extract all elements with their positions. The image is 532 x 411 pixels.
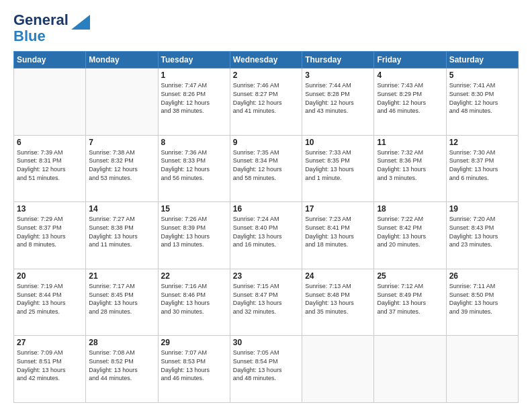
header-friday: Friday [374,52,446,68]
logo: General Blue [13,12,90,44]
table-row [302,336,374,403]
day-number: 3 [305,71,371,80]
day-number: 29 [161,338,227,347]
day-number: 12 [449,138,515,147]
day-number: 13 [17,204,83,214]
day-number: 1 [161,71,227,80]
table-row: 29Sunrise: 7:07 AM Sunset: 8:53 PM Dayli… [158,336,230,403]
day-number: 28 [89,338,154,347]
day-info: Sunrise: 7:05 AM Sunset: 8:54 PM Dayligh… [233,349,299,382]
calendar-week-row: 1Sunrise: 7:47 AM Sunset: 8:26 PM Daylig… [14,68,519,136]
table-row: 11Sunrise: 7:32 AM Sunset: 8:36 PM Dayli… [374,135,446,202]
day-info: Sunrise: 7:47 AM Sunset: 8:26 PM Dayligh… [161,81,227,115]
calendar-table: Sunday Monday Tuesday Wednesday Thursday… [13,51,519,403]
calendar-week-row: 6Sunrise: 7:39 AM Sunset: 8:31 PM Daylig… [14,135,519,202]
day-info: Sunrise: 7:12 AM Sunset: 8:49 PM Dayligh… [377,282,443,316]
day-number: 22 [161,271,227,281]
table-row: 21Sunrise: 7:17 AM Sunset: 8:45 PM Dayli… [86,269,158,336]
day-number: 17 [305,204,371,214]
day-number: 9 [233,138,299,147]
header-monday: Monday [86,52,158,68]
day-info: Sunrise: 7:33 AM Sunset: 8:35 PM Dayligh… [305,148,371,182]
header-saturday: Saturday [446,52,518,68]
table-row: 2Sunrise: 7:46 AM Sunset: 8:27 PM Daylig… [230,68,302,136]
table-row: 1Sunrise: 7:47 AM Sunset: 8:26 PM Daylig… [158,68,230,136]
table-row: 24Sunrise: 7:13 AM Sunset: 8:48 PM Dayli… [302,269,374,336]
table-row [446,336,518,403]
day-info: Sunrise: 7:09 AM Sunset: 8:51 PM Dayligh… [17,349,83,382]
day-number: 16 [233,204,299,214]
logo-general: General [13,11,69,28]
logo-blue: Blue [13,28,46,44]
day-number: 21 [89,271,154,281]
table-row: 5Sunrise: 7:41 AM Sunset: 8:30 PM Daylig… [446,68,518,136]
table-row: 14Sunrise: 7:27 AM Sunset: 8:38 PM Dayli… [86,202,158,269]
day-info: Sunrise: 7:39 AM Sunset: 8:31 PM Dayligh… [17,148,83,182]
day-number: 19 [449,204,515,214]
table-row [14,68,86,136]
day-info: Sunrise: 7:44 AM Sunset: 8:28 PM Dayligh… [305,81,371,115]
day-number: 23 [233,271,299,281]
day-number: 7 [89,138,154,147]
day-info: Sunrise: 7:20 AM Sunset: 8:43 PM Dayligh… [449,215,515,248]
table-row: 15Sunrise: 7:26 AM Sunset: 8:39 PM Dayli… [158,202,230,269]
table-row: 8Sunrise: 7:36 AM Sunset: 8:33 PM Daylig… [158,135,230,202]
table-row: 3Sunrise: 7:44 AM Sunset: 8:28 PM Daylig… [302,68,374,136]
table-row [374,336,446,403]
table-row: 16Sunrise: 7:24 AM Sunset: 8:40 PM Dayli… [230,202,302,269]
day-info: Sunrise: 7:38 AM Sunset: 8:32 PM Dayligh… [89,148,154,182]
day-number: 11 [377,138,443,147]
day-info: Sunrise: 7:15 AM Sunset: 8:47 PM Dayligh… [233,282,299,316]
day-number: 26 [449,271,515,281]
table-row: 7Sunrise: 7:38 AM Sunset: 8:32 PM Daylig… [86,135,158,202]
day-info: Sunrise: 7:23 AM Sunset: 8:41 PM Dayligh… [305,215,371,248]
day-info: Sunrise: 7:43 AM Sunset: 8:29 PM Dayligh… [377,81,443,115]
day-info: Sunrise: 7:35 AM Sunset: 8:34 PM Dayligh… [233,148,299,182]
weekday-header-row: Sunday Monday Tuesday Wednesday Thursday… [14,52,519,68]
header-wednesday: Wednesday [230,52,302,68]
day-number: 24 [305,271,371,281]
table-row: 18Sunrise: 7:22 AM Sunset: 8:42 PM Dayli… [374,202,446,269]
table-row: 12Sunrise: 7:30 AM Sunset: 8:37 PM Dayli… [446,135,518,202]
day-number: 25 [377,271,443,281]
day-number: 14 [89,204,154,214]
day-info: Sunrise: 7:22 AM Sunset: 8:42 PM Dayligh… [377,215,443,248]
day-info: Sunrise: 7:07 AM Sunset: 8:53 PM Dayligh… [161,349,227,382]
day-number: 2 [233,71,299,80]
logo-text: General Blue [13,12,69,44]
day-info: Sunrise: 7:13 AM Sunset: 8:48 PM Dayligh… [305,282,371,316]
day-info: Sunrise: 7:30 AM Sunset: 8:37 PM Dayligh… [449,148,515,182]
day-info: Sunrise: 7:29 AM Sunset: 8:37 PM Dayligh… [17,215,83,248]
day-number: 4 [377,71,443,80]
table-row: 19Sunrise: 7:20 AM Sunset: 8:43 PM Dayli… [446,202,518,269]
header-sunday: Sunday [14,52,86,68]
day-number: 6 [17,138,83,147]
header-thursday: Thursday [302,52,374,68]
table-row: 6Sunrise: 7:39 AM Sunset: 8:31 PM Daylig… [14,135,86,202]
header-tuesday: Tuesday [158,52,230,68]
table-row: 28Sunrise: 7:08 AM Sunset: 8:52 PM Dayli… [86,336,158,403]
table-row: 27Sunrise: 7:09 AM Sunset: 8:51 PM Dayli… [14,336,86,403]
table-row: 22Sunrise: 7:16 AM Sunset: 8:46 PM Dayli… [158,269,230,336]
table-row: 9Sunrise: 7:35 AM Sunset: 8:34 PM Daylig… [230,135,302,202]
table-row: 17Sunrise: 7:23 AM Sunset: 8:41 PM Dayli… [302,202,374,269]
calendar-week-row: 20Sunrise: 7:19 AM Sunset: 8:44 PM Dayli… [14,269,519,336]
svg-marker-0 [71,15,90,30]
day-number: 15 [161,204,227,214]
table-row: 30Sunrise: 7:05 AM Sunset: 8:54 PM Dayli… [230,336,302,403]
day-number: 8 [161,138,227,147]
day-info: Sunrise: 7:32 AM Sunset: 8:36 PM Dayligh… [377,148,443,182]
day-number: 10 [305,138,371,147]
day-info: Sunrise: 7:46 AM Sunset: 8:27 PM Dayligh… [233,81,299,115]
day-info: Sunrise: 7:08 AM Sunset: 8:52 PM Dayligh… [89,349,154,382]
header: General Blue [13,12,519,44]
day-info: Sunrise: 7:27 AM Sunset: 8:38 PM Dayligh… [89,215,154,248]
day-info: Sunrise: 7:11 AM Sunset: 8:50 PM Dayligh… [449,282,515,316]
day-number: 30 [233,338,299,347]
day-number: 20 [17,271,83,281]
day-info: Sunrise: 7:36 AM Sunset: 8:33 PM Dayligh… [161,148,227,182]
logo-icon [71,15,90,30]
day-info: Sunrise: 7:17 AM Sunset: 8:45 PM Dayligh… [89,282,154,316]
calendar-week-row: 27Sunrise: 7:09 AM Sunset: 8:51 PM Dayli… [14,336,519,403]
day-info: Sunrise: 7:24 AM Sunset: 8:40 PM Dayligh… [233,215,299,248]
